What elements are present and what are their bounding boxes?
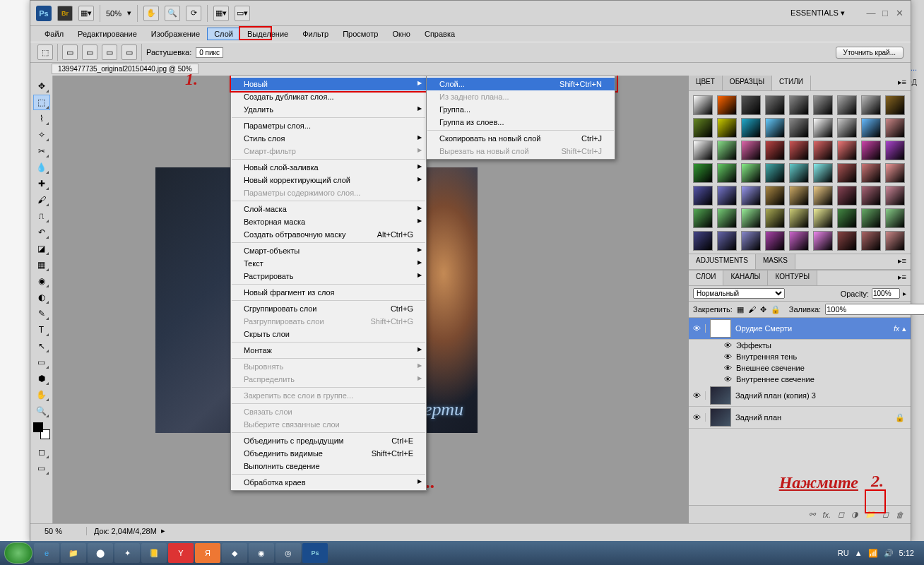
style-swatch[interactable] xyxy=(885,141,905,160)
style-swatch[interactable] xyxy=(789,141,809,160)
menu-item[interactable]: Новый корректирующий слой xyxy=(231,174,426,186)
menu-item[interactable]: Сгруппировать слоиCtrl+G xyxy=(231,302,426,315)
style-swatch[interactable] xyxy=(717,231,737,251)
menu-item[interactable]: Параметры слоя... xyxy=(231,119,426,132)
style-swatch[interactable] xyxy=(765,163,785,183)
style-swatch[interactable] xyxy=(837,141,857,160)
blur-tool[interactable]: ◉ xyxy=(33,273,50,289)
menu-item[interactable]: Векторная маска xyxy=(231,215,426,228)
style-swatch[interactable] xyxy=(717,163,737,183)
zoom-tool-button[interactable]: 🔍 xyxy=(165,6,180,21)
style-swatch[interactable] xyxy=(813,141,833,160)
style-swatch[interactable] xyxy=(741,231,761,251)
taskbar-ie-icon[interactable]: e xyxy=(34,543,59,563)
style-swatch[interactable] xyxy=(741,163,761,183)
menu-item[interactable]: Стиль слоя xyxy=(231,132,426,145)
pen-tool[interactable]: ✎ xyxy=(33,306,50,321)
tab-swatches[interactable]: ОБРАЗЦЫ xyxy=(723,76,772,90)
lock-all-icon[interactable]: 🔒 xyxy=(771,305,781,314)
screen-mode-button[interactable]: ▭▾ xyxy=(235,6,250,21)
visibility-icon[interactable]: 👁 xyxy=(689,391,706,400)
feather-input[interactable]: 0 пикс xyxy=(196,47,223,58)
path-tool[interactable]: ↖ xyxy=(33,338,50,354)
inner-restore[interactable]: □ xyxy=(879,8,891,18)
menu-item[interactable]: Слой-маска xyxy=(231,203,426,215)
style-swatch[interactable] xyxy=(837,186,857,206)
submenu-item[interactable]: Скопировать на новый слойCtrl+J xyxy=(427,132,615,145)
panel-menu-icon[interactable]: ▸≡ xyxy=(894,254,911,269)
style-swatch[interactable] xyxy=(813,186,833,206)
rotate-view-button[interactable]: ⟳ xyxy=(186,6,201,21)
intersect-selection-icon[interactable]: ▭ xyxy=(122,44,137,60)
menu-окно[interactable]: Окно xyxy=(385,28,417,40)
style-swatch[interactable] xyxy=(813,95,833,115)
lock-pixels-icon[interactable]: 🖌 xyxy=(748,305,756,314)
view-extras-button[interactable]: ▦▾ xyxy=(78,6,94,21)
menu-item[interactable]: Создать обтравочную маскуAlt+Ctrl+G xyxy=(231,228,426,241)
document-tab[interactable]: 1399477735_original20150440.jpg @ 50% xyxy=(52,64,199,74)
style-swatch[interactable] xyxy=(837,95,857,115)
style-swatch[interactable] xyxy=(885,95,905,115)
add-selection-icon[interactable]: ▭ xyxy=(82,44,97,60)
style-swatch[interactable] xyxy=(789,208,809,228)
status-zoom[interactable]: 50 % xyxy=(30,527,87,535)
menu-просмотр[interactable]: Просмотр xyxy=(336,28,385,40)
tab-adjustments[interactable]: ADJUSTMENTS xyxy=(689,254,756,269)
tray-clock[interactable]: 5:12 xyxy=(899,549,914,557)
menu-item[interactable]: Удалить xyxy=(231,103,426,116)
adjustment-layer-icon[interactable]: ◑ xyxy=(851,510,858,519)
stamp-tool[interactable]: ⎍ xyxy=(33,208,50,224)
menu-item[interactable]: Создать дубликат слоя... xyxy=(231,90,426,103)
style-swatch[interactable] xyxy=(885,118,905,138)
style-swatch[interactable] xyxy=(765,95,785,115)
dodge-tool[interactable]: ◐ xyxy=(33,290,50,305)
style-swatch[interactable] xyxy=(885,186,905,206)
menu-item[interactable]: Смарт-объекты xyxy=(231,244,426,257)
arrange-button[interactable]: ▦▾ xyxy=(213,6,229,21)
layer-row-copy[interactable]: 👁 Задний план (копия) 3 xyxy=(689,385,911,407)
inner-minimize[interactable]: — xyxy=(865,8,877,18)
hand-tool-button[interactable]: ✋ xyxy=(143,6,159,21)
menu-изображение[interactable]: Изображение xyxy=(144,28,207,40)
tab-color[interactable]: ЦВЕТ xyxy=(689,76,723,90)
style-swatch[interactable] xyxy=(693,208,713,228)
style-swatch[interactable] xyxy=(693,95,713,115)
style-swatch[interactable] xyxy=(861,118,881,138)
zoom-tool[interactable]: 🔍 xyxy=(33,403,50,419)
layer-row-text[interactable]: 👁 T Орудие Смерти fx▴ xyxy=(689,318,911,340)
style-swatch[interactable] xyxy=(765,208,785,228)
menu-item[interactable]: Выполнить сведение xyxy=(231,460,426,472)
canvas[interactable]: е Смерти Или... НовыйСоздать дубликат сл… xyxy=(53,76,689,523)
sub-selection-icon[interactable]: ▭ xyxy=(102,44,117,60)
tray-flag-icon[interactable]: ▲ xyxy=(855,549,863,557)
wand-tool[interactable]: ✧ xyxy=(33,127,50,143)
screenmode-tool[interactable]: ▭ xyxy=(33,460,50,476)
style-swatch[interactable] xyxy=(861,208,881,228)
workspace-switcher[interactable]: ESSENTIALS ▾ xyxy=(783,5,853,21)
fx-icon[interactable]: fx. xyxy=(822,511,831,519)
color-swatches[interactable] xyxy=(33,422,50,439)
style-swatch[interactable] xyxy=(861,141,881,160)
marquee-tool[interactable]: ⬚ xyxy=(33,95,50,110)
style-swatch[interactable] xyxy=(717,95,737,115)
bridge-button[interactable]: Br xyxy=(57,6,73,21)
3d-tool[interactable]: ⬢ xyxy=(33,371,50,386)
new-selection-icon[interactable]: ▭ xyxy=(62,44,78,60)
taskbar-explorer-icon[interactable]: 📁 xyxy=(61,543,86,563)
style-swatch[interactable] xyxy=(717,118,737,138)
styles-grid[interactable] xyxy=(689,91,911,254)
taskbar-app7-icon[interactable]: ◉ xyxy=(249,543,274,563)
style-swatch[interactable] xyxy=(693,118,713,138)
style-swatch[interactable] xyxy=(861,95,881,115)
style-swatch[interactable] xyxy=(789,186,809,206)
visibility-icon[interactable]: 👁 xyxy=(689,413,706,422)
menu-редактирование[interactable]: Редактирование xyxy=(71,28,144,40)
tab-paths[interactable]: КОНТУРЫ xyxy=(768,270,817,285)
style-swatch[interactable] xyxy=(789,118,809,138)
panel-menu-icon[interactable]: ▸≡ xyxy=(894,270,911,285)
menu-item[interactable]: Текст xyxy=(231,257,426,270)
submenu-item[interactable]: Группа... xyxy=(427,103,615,116)
style-swatch[interactable] xyxy=(789,163,809,183)
style-swatch[interactable] xyxy=(885,231,905,251)
menu-файл[interactable]: Файл xyxy=(37,28,71,40)
